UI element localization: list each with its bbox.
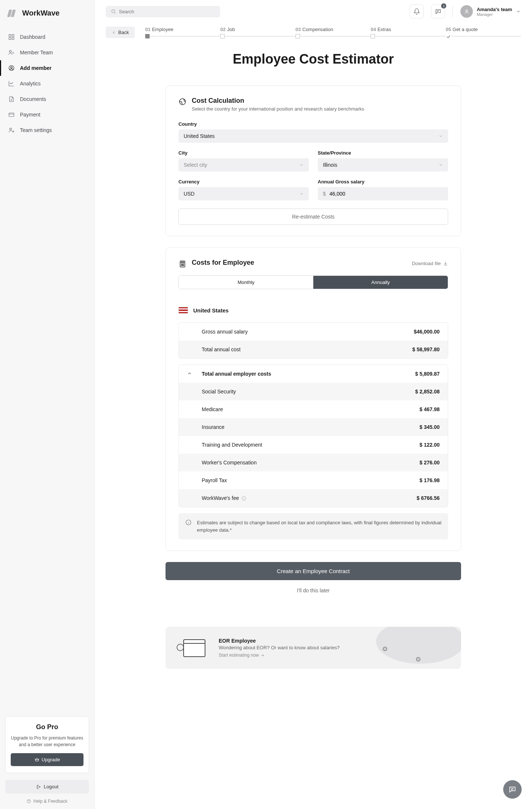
currency-select[interactable]: USD: [178, 187, 309, 200]
promo-link[interactable]: Start estimating now: [219, 653, 451, 658]
cost-calculation-card: Cost Calculation Select the country for …: [166, 85, 461, 236]
svg-rect-15: [181, 262, 184, 263]
page-title: Employee Cost Estimator: [106, 51, 521, 67]
message-badge: 1: [441, 3, 446, 9]
user-menu[interactable]: Amanda's team Manager: [460, 5, 521, 18]
crown-icon: [34, 757, 40, 762]
cost-row: Medicare$ 467.98: [179, 400, 448, 418]
nav-label: Documents: [20, 96, 46, 102]
step-quote[interactable]: 05Get a quote: [446, 27, 521, 37]
promo-banner[interactable]: EOR Employee Wondering about EOR? Or wan…: [166, 627, 461, 669]
help-label: Help & Feedback: [33, 799, 67, 804]
state-select[interactable]: Illinois: [318, 158, 448, 172]
cost-row: WorkWave's fee $ 6766.56: [179, 489, 448, 507]
disclaimer: Estimates are subject to change based on…: [178, 513, 448, 539]
sidebar-item-payment[interactable]: Payment: [0, 107, 94, 122]
state-label: State/Province: [318, 150, 448, 156]
logout-icon: [36, 784, 41, 789]
sidebar-item-add-member[interactable]: Add member: [0, 60, 94, 76]
create-contract-button[interactable]: Create an Employee Contract: [166, 562, 461, 580]
chevron-down-icon: [516, 9, 521, 14]
help-icon: [27, 799, 31, 803]
step-extras[interactable]: 04Extras: [371, 27, 446, 37]
search-input[interactable]: [106, 6, 220, 17]
search-field[interactable]: [119, 9, 215, 14]
svg-point-16: [181, 264, 182, 264]
upgrade-label: Upgrade: [42, 757, 60, 762]
city-select[interactable]: Select city: [178, 158, 309, 172]
step-compensation[interactable]: 03Compensation: [296, 27, 371, 37]
user-name: Amanda's team: [477, 7, 512, 12]
help-link[interactable]: Help & Feedback: [5, 799, 89, 804]
check-icon: [446, 34, 451, 39]
arrow-left-icon: [112, 30, 116, 35]
svg-point-20: [182, 265, 183, 265]
sidebar-item-analytics[interactable]: Analytics: [0, 76, 94, 91]
chevron-down-icon: [439, 163, 443, 167]
brand-name: WorkWave: [22, 9, 59, 17]
cost-row: Social Security$ 2,852.08: [179, 383, 448, 400]
nav-label: Team settings: [20, 127, 52, 133]
period-tabs: Monthly Annually: [178, 275, 448, 289]
chat-fab[interactable]: [503, 780, 522, 799]
globe-icon: [178, 98, 187, 106]
sidebar-bottom: Go Pro Upgrade to Pro for premium featur…: [0, 711, 94, 809]
promo-title: EOR Employee: [219, 638, 451, 644]
svg-point-18: [183, 264, 184, 264]
document-icon: [8, 96, 15, 102]
cost-row: Worker's Compensation$ 276.00: [179, 454, 448, 471]
sidebar-item-member-team[interactable]: Member Team: [0, 45, 94, 60]
step-employee[interactable]: 01Employee: [145, 27, 220, 37]
nav-label: Member Team: [20, 50, 53, 55]
country-select[interactable]: United States: [178, 129, 448, 143]
reestimate-button[interactable]: Re-estimate Costs: [178, 209, 448, 225]
step-job[interactable]: 02Job: [220, 27, 295, 37]
chat-icon: [435, 8, 441, 15]
logout-label: Logout: [44, 784, 59, 789]
info-icon[interactable]: [241, 496, 246, 501]
download-icon: [443, 261, 448, 266]
back-button[interactable]: Back: [106, 27, 135, 38]
card-icon: [8, 111, 15, 118]
upgrade-button[interactable]: Upgrade: [11, 753, 83, 766]
salary-input[interactable]: $: [318, 187, 448, 200]
nav: Dashboard Member Team Add member Analyti…: [0, 26, 94, 711]
sidebar-item-team-settings[interactable]: Team settings: [0, 122, 94, 138]
sidebar-item-documents[interactable]: Documents: [0, 91, 94, 107]
employer-header[interactable]: Total annual employer costs $ 5,809.87: [179, 365, 448, 383]
logout-button[interactable]: Logout: [5, 780, 89, 793]
svg-rect-7: [9, 113, 14, 117]
sidebar: WorkWave Dashboard Member Team Add membe…: [0, 0, 95, 809]
salary-label: Annual Gross salary: [318, 179, 448, 185]
progress-steps: 01Employee 02Job 03Compensation 04Extras: [145, 27, 521, 37]
svg-rect-1: [12, 34, 14, 36]
us-flag-icon: [178, 307, 188, 314]
cost-row: Gross annual salary $46,000.00: [179, 323, 448, 341]
svg-rect-0: [9, 34, 11, 36]
summary-block: Gross annual salary $46,000.00 Total ann…: [178, 322, 448, 359]
country-name: United States: [193, 307, 229, 314]
do-later-link[interactable]: I'll do this later: [166, 584, 461, 597]
cost-row: Insurance$ 345.00: [179, 418, 448, 436]
avatar: [460, 5, 473, 18]
disclaimer-text: Estimates are subject to change based on…: [197, 519, 441, 534]
logo-icon: [8, 10, 18, 17]
costs-title: Costs for Employee: [192, 259, 254, 267]
logo[interactable]: WorkWave: [0, 0, 94, 26]
tab-annually[interactable]: Annually: [313, 276, 448, 289]
user-role: Manager: [477, 12, 512, 17]
svg-point-6: [11, 67, 13, 68]
bell-icon: [413, 8, 420, 15]
svg-point-4: [9, 50, 11, 52]
cost-row: Payroll Tax$ 176.98: [179, 471, 448, 489]
download-link[interactable]: Download file: [412, 261, 448, 266]
cost-row: Training and Development$ 122.00: [179, 436, 448, 454]
topbar: 1 Amanda's team Manager: [95, 0, 532, 23]
sidebar-item-dashboard[interactable]: Dashboard: [0, 29, 94, 45]
chevron-down-icon: [439, 134, 443, 138]
messages-button[interactable]: 1: [431, 4, 445, 18]
notifications-button[interactable]: [410, 4, 424, 18]
back-label: Back: [118, 30, 129, 35]
tab-monthly[interactable]: Monthly: [179, 276, 313, 289]
salary-field[interactable]: [330, 191, 443, 197]
